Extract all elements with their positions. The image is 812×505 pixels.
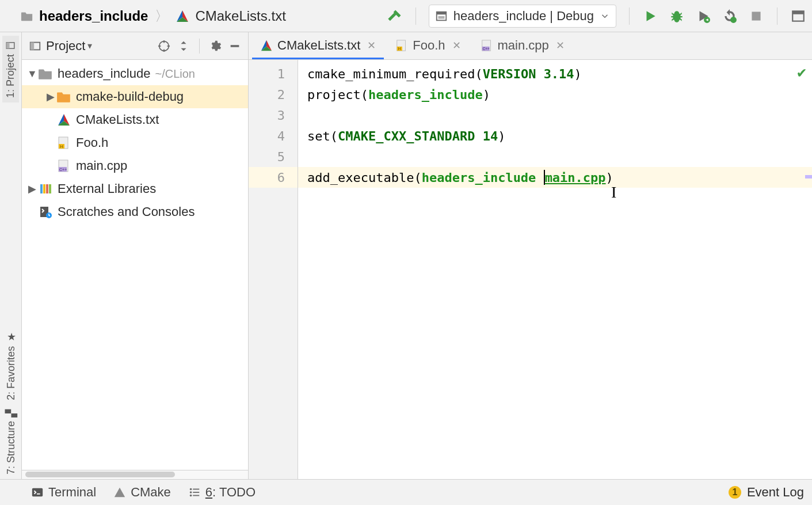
tree-scratches[interactable]: Scratches and Consoles <box>22 200 248 223</box>
svg-marker-40 <box>115 488 125 498</box>
editor-code[interactable]: ✔ I cmake_minimum_required(VERSION 3.14)… <box>298 60 812 479</box>
disclosure-closed-icon[interactable]: ▶ <box>26 183 38 195</box>
tree-project-root[interactable]: ▼ headers_include ~/CLion <box>22 62 248 85</box>
stop-button[interactable] <box>748 8 764 24</box>
file-type-icon <box>260 39 273 52</box>
token-id: cmake_minimum_required <box>307 67 475 81</box>
select-opened-file-button[interactable] <box>158 40 170 52</box>
tool-window-project-button[interactable]: 1: Project <box>2 36 19 102</box>
close-tab-button[interactable]: ✕ <box>452 39 461 52</box>
event-log-button[interactable]: 1 Event Log <box>729 485 804 500</box>
token-punc: ) <box>498 129 505 143</box>
tree-label: CMakeLists.txt <box>76 112 159 127</box>
navigation-bar: headers_include 〉 CMakeLists.txt headers… <box>0 0 812 32</box>
breadcrumb[interactable]: headers_include 〉 CMakeLists.txt <box>21 7 381 25</box>
tree-external-libraries[interactable]: ▶ External Libraries <box>22 177 248 200</box>
code-line[interactable]: add_executable(headers_include main.cpp) <box>298 167 812 188</box>
editor-tab[interactable]: CMakeLists.txt✕ <box>252 33 384 59</box>
scrollbar-thumb[interactable] <box>25 472 175 477</box>
tool-window-structure-button[interactable]: 7: Structure ▞ <box>2 405 20 479</box>
token-id: add_executable <box>307 170 414 185</box>
horizontal-scrollbar[interactable] <box>22 470 248 479</box>
project-panel: Project ▾ ▼ headers_include ~/CLion ▶ <box>22 32 249 479</box>
status-todo-label: : TODO <box>212 485 256 499</box>
code-line[interactable]: set(CMAKE_CXX_STANDARD 14) <box>298 126 812 146</box>
tree-label: Foo.h <box>76 135 108 150</box>
tree-file-cmakelists[interactable]: CMakeLists.txt <box>22 108 248 131</box>
tree-file-foo-h[interactable]: Foo.h <box>22 131 248 154</box>
breadcrumb-project[interactable]: headers_include <box>39 8 148 24</box>
gutter-line-number[interactable]: 5 <box>249 146 298 167</box>
error-stripe-marker[interactable] <box>805 175 812 179</box>
tool-window-cmake-button[interactable]: CMake <box>113 485 171 500</box>
tool-window-terminal-button[interactable]: Terminal <box>31 485 96 500</box>
token-id: set <box>307 129 330 143</box>
tree-label: Scratches and Consoles <box>58 204 195 219</box>
code-line[interactable] <box>298 146 812 167</box>
disclosure-open-icon[interactable]: ▼ <box>26 68 38 80</box>
disclosure-closed-icon[interactable]: ▶ <box>45 90 56 103</box>
tab-label: main.cpp <box>498 38 549 53</box>
inspection-ok-icon: ✔ <box>797 63 806 81</box>
breadcrumb-file[interactable]: CMakeLists.txt <box>195 8 285 24</box>
project-panel-header: Project ▾ <box>22 32 248 60</box>
folder-icon <box>38 67 53 81</box>
layout-button[interactable] <box>790 8 806 24</box>
editor-tab[interactable]: main.cpp✕ <box>472 33 573 59</box>
token-kw: 14 <box>483 129 498 143</box>
run-button[interactable] <box>642 8 658 24</box>
token-name: headers_include <box>422 170 536 185</box>
stop-icon <box>749 9 764 24</box>
cmake-icon <box>176 9 189 23</box>
token-punc: ( <box>475 67 482 81</box>
token-punc: ) <box>574 67 582 81</box>
debug-button[interactable] <box>669 8 685 24</box>
hammer-icon <box>387 8 403 24</box>
breadcrumb-separator-icon: 〉 <box>155 7 169 25</box>
libraries-icon <box>38 182 53 196</box>
close-tab-button[interactable]: ✕ <box>556 39 565 52</box>
gutter-line-number[interactable]: 1 <box>249 63 298 84</box>
status-todo-mnemonic: 6 <box>205 485 212 499</box>
code-line[interactable]: project(headers_include) <box>298 84 812 105</box>
code-line[interactable] <box>298 105 812 126</box>
folder-icon <box>21 10 33 22</box>
close-tab-button[interactable]: ✕ <box>367 39 376 52</box>
code-line[interactable]: cmake_minimum_required(VERSION 3.14) <box>298 63 812 84</box>
token-kw: CMAKE_CXX_STANDARD <box>338 129 475 143</box>
token-id <box>475 129 482 143</box>
gutter-line-number[interactable]: 6 <box>249 167 298 188</box>
tool-window-favorites-button[interactable]: 2: Favorites ★ <box>2 326 20 405</box>
gutter-line-number[interactable]: 2 <box>249 84 298 105</box>
build-button[interactable] <box>387 8 403 24</box>
toolbar-separator <box>199 39 200 54</box>
gutter-line-number[interactable]: 3 <box>249 105 298 126</box>
terminal-icon <box>31 486 44 499</box>
run-config-selector[interactable]: headers_include | Debug <box>429 5 616 28</box>
toolbar-separator <box>415 7 416 25</box>
project-tree[interactable]: ▼ headers_include ~/CLion ▶ cmake-build-… <box>22 60 248 470</box>
coverage-button[interactable] <box>695 8 711 24</box>
settings-button[interactable] <box>209 40 222 52</box>
file-type-icon <box>481 39 493 52</box>
scratches-icon <box>38 205 53 219</box>
collapse-all-button[interactable] <box>177 40 190 52</box>
project-view-selector[interactable]: Project ▾ <box>46 39 92 54</box>
tool-window-todo-button[interactable]: 6: TODO <box>188 485 256 500</box>
hide-panel-button[interactable] <box>228 40 241 52</box>
editor-gutter[interactable]: 123456 <box>249 60 298 479</box>
editor-tab[interactable]: Foo.h✕ <box>387 33 468 59</box>
tree-file-main-cpp[interactable]: main.cpp <box>22 154 248 177</box>
tab-label: Foo.h <box>413 38 445 53</box>
header-file-icon <box>56 136 71 150</box>
gutter-line-number[interactable]: 4 <box>249 126 298 146</box>
editor[interactable]: 123456 ✔ I cmake_minimum_required(VERSIO… <box>249 60 812 479</box>
token-file: main.cpp <box>545 170 606 185</box>
tree-folder-cmake-build-debug[interactable]: ▶ cmake-build-debug <box>22 85 248 108</box>
token-punc: ( <box>330 129 338 143</box>
status-bar: Terminal CMake 6: TODO 1 Event Log <box>0 479 812 505</box>
main-toolbar: headers_include | Debug <box>387 5 806 28</box>
play-coverage-icon <box>696 9 711 24</box>
file-type-icon <box>395 39 408 52</box>
profile-button[interactable] <box>722 8 738 24</box>
